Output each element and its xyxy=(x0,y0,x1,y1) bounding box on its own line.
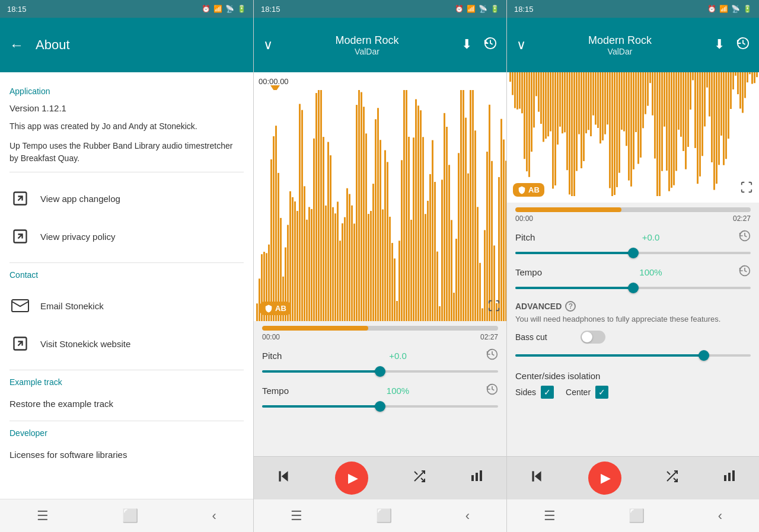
player-panel: 18:15 ⏰ 📶 📡 🔋 ∨ Modern Rock ValDar ⬇ xyxy=(253,0,506,532)
divider-2 xyxy=(9,262,244,263)
home-icon-3[interactable]: ⬜ xyxy=(629,508,645,524)
progress-bar-3[interactable] xyxy=(515,207,751,212)
bars-icon-3[interactable] xyxy=(723,469,737,487)
ab-badge-3[interactable]: AB xyxy=(513,183,544,197)
svg-line-20 xyxy=(667,472,670,475)
pitch-reset-2[interactable] xyxy=(486,348,498,363)
time-end-3: 02:27 xyxy=(733,214,751,223)
signal-icon-3: 📶 xyxy=(719,5,728,13)
wifi-icon-2: 📡 xyxy=(479,5,487,13)
pitch-track-fill-2 xyxy=(262,370,380,373)
external-link-icon-changelog xyxy=(9,188,31,209)
fullscreen-btn-3[interactable] xyxy=(740,181,753,197)
progress-bar-2[interactable] xyxy=(262,326,498,331)
description2-text: Up Tempo uses the Rubber Band Library au… xyxy=(9,140,244,165)
svg-rect-21 xyxy=(724,475,726,481)
advanced-waveform[interactable]: AB xyxy=(507,72,759,203)
description1-text: This app was created by Jo and Andy at S… xyxy=(9,120,244,133)
shuffle-icon-3[interactable] xyxy=(665,469,679,487)
player-header-center-3: Modern Rock ValDar xyxy=(526,34,714,56)
chevron-down-icon-3[interactable]: ∨ xyxy=(516,37,526,53)
menu-icon-1[interactable]: ☰ xyxy=(37,508,49,524)
pitch-thumb-3[interactable] xyxy=(628,248,639,258)
back-button[interactable]: ← xyxy=(9,37,24,53)
waveform-canvas-3 xyxy=(507,72,759,203)
pitch-slider-3[interactable] xyxy=(515,247,751,259)
download-icon-3[interactable]: ⬇ xyxy=(714,37,725,53)
advanced-title: ADVANCED ? xyxy=(515,301,751,312)
skip-back-icon-3[interactable] xyxy=(529,469,544,488)
skip-back-icon-2[interactable] xyxy=(276,469,291,488)
home-icon-2[interactable]: ⬜ xyxy=(376,508,392,524)
ab-badge-2[interactable]: AB xyxy=(260,302,291,315)
tempo-reset-3[interactable] xyxy=(739,265,751,280)
about-content: Application Version 1.12.1 This app was … xyxy=(0,72,253,499)
back-icon-1[interactable]: ‹ xyxy=(212,508,216,524)
history-icon-3[interactable] xyxy=(736,37,750,53)
about-title: About xyxy=(36,37,70,53)
tempo-reset-2[interactable] xyxy=(486,383,498,398)
privacy-link[interactable]: View privacy policy xyxy=(9,217,244,255)
menu-icon-2[interactable]: ☰ xyxy=(291,508,302,524)
restore-button[interactable]: Restore the example track xyxy=(9,394,244,414)
pitch-label-3: Pitch xyxy=(515,232,563,242)
back-icon-2[interactable]: ‹ xyxy=(465,508,470,524)
home-icon-1[interactable]: ⬜ xyxy=(122,508,138,524)
tempo-slider-3[interactable] xyxy=(515,282,751,294)
pitch-value-3: +0.0 xyxy=(563,232,739,242)
tempo-slider-2[interactable] xyxy=(262,400,498,412)
changelog-link[interactable]: View app changelog xyxy=(9,180,244,217)
center-checkbox[interactable]: ✓ xyxy=(595,386,608,399)
website-label: Visit Stonekick website xyxy=(40,339,130,349)
bars-icon-2[interactable] xyxy=(470,469,484,487)
play-button-3[interactable]: ▶ xyxy=(588,462,621,495)
svg-rect-7 xyxy=(279,471,280,481)
pitch-label-2: Pitch xyxy=(262,351,310,361)
external-link-icon-website xyxy=(9,333,31,354)
player-header-center: Modern Rock ValDar xyxy=(273,34,461,56)
play-icon-3: ▶ xyxy=(601,470,611,486)
waveform-container-2[interactable]: 00:00.00 // Generate waveform bars AB xyxy=(254,72,506,321)
email-link[interactable]: Email Stonekick xyxy=(9,287,244,325)
tempo-thumb-3[interactable] xyxy=(628,283,639,293)
alarm-icon-1: ⏰ xyxy=(202,5,211,13)
bass-cut-row: Bass cut xyxy=(515,331,751,344)
website-link[interactable]: Visit Stonekick website xyxy=(9,325,244,363)
wifi-icon-3: 📡 xyxy=(731,5,740,13)
player-subtitle: ValDar xyxy=(273,47,461,56)
isolation-thumb[interactable] xyxy=(699,350,709,361)
isolation-track xyxy=(515,354,751,357)
sides-checkbox[interactable]: ✓ xyxy=(541,386,554,399)
shuffle-icon-2[interactable] xyxy=(412,469,426,487)
history-icon-2[interactable] xyxy=(484,37,497,53)
pitch-thumb-2[interactable] xyxy=(375,366,385,377)
pitch-slider-2[interactable] xyxy=(262,366,498,377)
back-icon-3[interactable]: ‹ xyxy=(718,508,722,524)
progress-section-3: 00:00 02:27 xyxy=(507,203,759,225)
isolation-slider[interactable] xyxy=(515,350,751,361)
tempo-thumb-2[interactable] xyxy=(375,401,385,412)
advanced-title-text: ADVANCED xyxy=(515,302,562,311)
advanced-content: AB 00:00 02:27 Pitch +0.0 xyxy=(507,72,759,456)
status-bar-1: 18:15 ⏰ 📶 📡 🔋 xyxy=(0,0,253,18)
center-label: Center xyxy=(566,387,591,397)
licenses-link[interactable]: Licenses for software libraries xyxy=(9,445,244,464)
version-text: Version 1.12.1 xyxy=(9,103,244,113)
bass-cut-toggle[interactable] xyxy=(581,331,605,344)
player-header-3: ∨ Modern Rock ValDar ⬇ xyxy=(507,18,759,72)
progress-times-3: 00:00 02:27 xyxy=(515,214,751,223)
help-icon[interactable]: ? xyxy=(565,301,576,312)
pitch-reset-3[interactable] xyxy=(739,230,751,245)
play-button-2[interactable]: ▶ xyxy=(335,462,368,495)
fullscreen-btn-2[interactable] xyxy=(487,299,500,315)
divider-3 xyxy=(9,370,244,370)
player-title: Modern Rock xyxy=(273,34,461,47)
status-icons-3: ⏰ 📶 📡 🔋 xyxy=(707,5,752,13)
time-start-2: 00:00 xyxy=(262,333,280,341)
menu-icon-3[interactable]: ☰ xyxy=(544,508,556,524)
download-icon-2[interactable]: ⬇ xyxy=(461,37,472,53)
tempo-track-fill-2 xyxy=(262,405,380,408)
divider-4 xyxy=(9,421,244,421)
signal-icon-1: 📶 xyxy=(213,5,222,13)
chevron-down-icon-2[interactable]: ∨ xyxy=(263,37,273,53)
